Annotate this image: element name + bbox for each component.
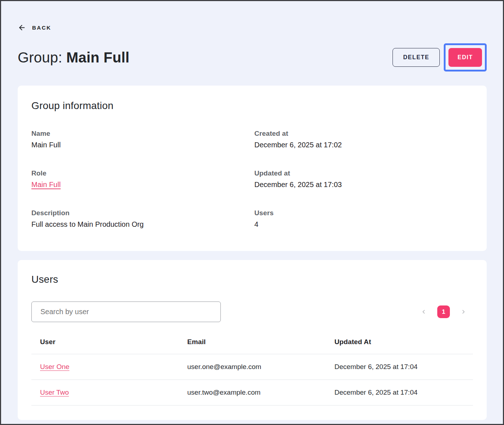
column-header-email: Email	[179, 327, 326, 354]
field-description-value: Full access to Main Production Org	[31, 220, 250, 229]
field-description-label: Description	[31, 209, 250, 217]
pagination: 1	[420, 305, 473, 318]
field-created-at: Created at December 6, 2025 at 17:02	[254, 130, 473, 149]
header-actions: DELETE EDIT	[393, 43, 487, 71]
field-description: Description Full access to Main Producti…	[31, 209, 250, 229]
field-created-at-label: Created at	[254, 130, 473, 138]
users-heading: Users	[31, 274, 473, 285]
table-row: User One user.one@example.com December 6…	[31, 354, 473, 380]
app-window: BACK Group: Main Full DELETE EDIT Group …	[0, 0, 504, 425]
table-row: User Two user.two@example.com December 6…	[31, 380, 473, 406]
field-updated-at-label: Updated at	[254, 169, 473, 177]
pagination-page-1[interactable]: 1	[437, 305, 450, 318]
group-information-card: Group information Name Main Full Created…	[18, 86, 487, 251]
field-users-count: Users 4	[254, 209, 473, 229]
field-role: Role Main Full	[31, 169, 250, 189]
user-updated-at: December 6, 2025 at 17:04	[326, 380, 473, 406]
user-link[interactable]: User Two	[40, 389, 69, 396]
field-name-value: Main Full	[31, 141, 250, 149]
role-link[interactable]: Main Full	[31, 181, 61, 188]
page-title-name: Main Full	[66, 49, 130, 65]
users-table-header-row: User Email Updated At	[31, 327, 473, 354]
chevron-left-icon[interactable]	[420, 308, 428, 316]
arrow-left-icon	[18, 23, 26, 32]
user-email: user.two@example.com	[179, 380, 326, 406]
delete-button[interactable]: DELETE	[393, 48, 440, 67]
page-title: Group: Main Full	[18, 49, 130, 66]
field-created-at-value: December 6, 2025 at 17:02	[254, 141, 473, 149]
field-updated-at: Updated at December 6, 2025 at 17:03	[254, 169, 473, 189]
edit-button[interactable]: EDIT	[448, 48, 482, 67]
column-header-updated-at: Updated At	[326, 327, 473, 354]
user-updated-at: December 6, 2025 at 17:04	[326, 354, 473, 380]
page-content: BACK Group: Main Full DELETE EDIT Group …	[1, 1, 503, 420]
page-title-prefix: Group:	[18, 49, 66, 65]
column-header-user: User	[31, 327, 179, 354]
field-users-count-label: Users	[254, 209, 473, 217]
field-role-label: Role	[31, 169, 250, 177]
field-name: Name Main Full	[31, 130, 250, 149]
user-link[interactable]: User One	[40, 363, 69, 370]
title-row: Group: Main Full DELETE EDIT	[18, 43, 487, 71]
chevron-right-icon[interactable]	[460, 308, 467, 316]
field-name-label: Name	[31, 130, 250, 138]
back-button[interactable]: BACK	[18, 23, 51, 32]
users-table: User Email Updated At User One user.one@…	[31, 327, 473, 406]
users-card: Users 1 User Email	[18, 260, 487, 420]
group-information-fields: Name Main Full Created at December 6, 20…	[31, 130, 473, 229]
user-email: user.one@example.com	[179, 354, 326, 380]
edit-button-highlight-ring: EDIT	[444, 43, 487, 71]
users-toolbar: 1	[31, 302, 473, 322]
back-label: BACK	[32, 25, 51, 31]
search-input[interactable]	[31, 302, 221, 322]
field-users-count-value: 4	[254, 220, 473, 229]
field-updated-at-value: December 6, 2025 at 17:03	[254, 181, 473, 189]
group-information-heading: Group information	[31, 100, 473, 112]
